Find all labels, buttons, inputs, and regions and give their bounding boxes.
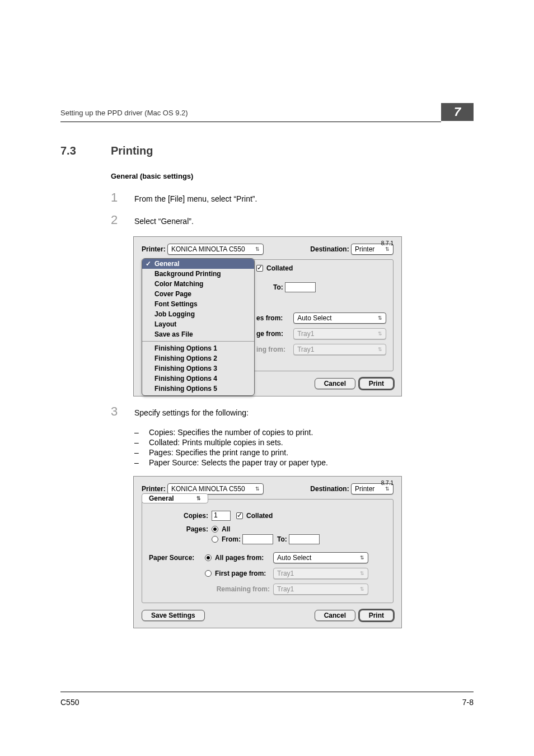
collated-checkbox-1[interactable]: [256, 265, 263, 272]
step-3-text: Specify settings for the following:: [134, 406, 249, 417]
cancel-button[interactable]: Cancel: [315, 378, 355, 389]
ps-remaining-select[interactable]: Tray1: [273, 584, 368, 595]
es-from-label: es from:: [256, 314, 293, 322]
destination-label: Destination:: [310, 485, 349, 493]
step-1-number: 1: [111, 192, 134, 204]
collated-checkbox-2[interactable]: [236, 512, 243, 519]
save-settings-button[interactable]: Save Settings: [142, 610, 205, 621]
bullet-copies: Copies: Specifies the number of copies t…: [149, 428, 313, 437]
popup-item-finishing-2[interactable]: Finishing Options 2: [142, 353, 254, 363]
dialog-version: 8.7.1: [381, 240, 394, 246]
tray1-value-b: Tray1: [297, 346, 314, 353]
to-input-1[interactable]: [285, 282, 316, 292]
ing-from-label: ing from:: [256, 346, 293, 353]
destination-value: Printer: [355, 245, 374, 253]
header-rule: [60, 122, 441, 122]
pane-popup-menu[interactable]: General Background Printing Color Matchi…: [142, 258, 255, 396]
popup-item-job-logging[interactable]: Job Logging: [142, 309, 254, 319]
popup-arrows-icon[interactable]: [254, 258, 255, 269]
copies-label: Copies:: [149, 512, 208, 520]
footer-page: 7-8: [462, 698, 474, 707]
bullet-collated: Collated: Prints multiple copies in sets…: [149, 438, 283, 447]
popup-item-cover-page[interactable]: Cover Page: [142, 289, 254, 299]
all-pages-from-select[interactable]: Auto Select: [293, 312, 386, 324]
collated-label-2: Collated: [246, 512, 273, 520]
copies-input[interactable]: 1: [212, 511, 231, 521]
print-button[interactable]: Print: [359, 378, 394, 389]
bullet-dash: –: [134, 428, 149, 437]
footer-model: C550: [60, 698, 79, 707]
pages-from-input[interactable]: [242, 534, 273, 544]
popup-item-finishing-4[interactable]: Finishing Options 4: [142, 374, 254, 384]
ps-all-pages-radio[interactable]: [205, 554, 212, 561]
popup-item-background-printing[interactable]: Background Printing: [142, 269, 254, 279]
step-3-number: 3: [111, 405, 134, 418]
section-title: Printing: [111, 144, 153, 157]
tray1-value-a: Tray1: [297, 330, 314, 338]
auto-select-value: Auto Select: [297, 314, 331, 322]
chapter-badge: 7: [441, 103, 474, 121]
popup-item-save-as-file[interactable]: Save as File: [142, 329, 254, 339]
auto-select-value-2: Auto Select: [277, 554, 311, 562]
printer-select[interactable]: KONICA MINOLTA C550: [167, 483, 264, 494]
paper-source-label: Paper Source:: [149, 554, 205, 562]
step-2-number: 2: [111, 214, 134, 226]
popup-divider: [142, 341, 254, 342]
ps-all-pages-label: All pages from:: [215, 554, 273, 562]
cancel-button[interactable]: Cancel: [315, 610, 355, 621]
running-head: Setting up the PPD driver (Mac OS 9.2): [60, 109, 188, 117]
pages-to-input[interactable]: [289, 534, 320, 544]
pages-label: Pages:: [149, 525, 208, 533]
ps-first-page-radio[interactable]: [205, 570, 212, 577]
to-label-2: To:: [277, 535, 287, 543]
printer-value: KONICA MINOLTA C550: [171, 485, 245, 493]
section-number: 7.3: [60, 144, 111, 157]
tray1-value-c: Tray1: [277, 570, 294, 577]
to-label-1: To:: [273, 283, 283, 291]
pages-all-label: All: [222, 525, 230, 533]
ge-from-label: ge from:: [256, 330, 293, 338]
ps-first-page-select[interactable]: Tray1: [273, 568, 368, 579]
printer-label: Printer:: [142, 485, 166, 493]
pages-from-label: From:: [222, 535, 241, 543]
popup-item-general[interactable]: General: [142, 259, 254, 269]
collated-label-1: Collated: [266, 264, 293, 272]
popup-item-layout[interactable]: Layout: [142, 319, 254, 329]
bullet-dash: –: [134, 438, 149, 447]
popup-item-finishing-1[interactable]: Finishing Options 1: [142, 343, 254, 353]
pages-from-radio[interactable]: [212, 536, 218, 543]
printer-label: Printer:: [142, 245, 166, 253]
dialog-version: 8.7.1: [381, 480, 394, 486]
printer-select[interactable]: KONICA MINOLTA C550: [167, 244, 264, 255]
bullet-paper-source: Paper Source: Selects the paper tray or …: [149, 458, 328, 467]
footer-rule: [60, 692, 474, 692]
destination-label: Destination:: [310, 245, 349, 253]
popup-item-finishing-3[interactable]: Finishing Options 3: [142, 363, 254, 374]
print-dialog-1: 8.7.1 Printer: KONICA MINOLTA C550 Desti…: [133, 236, 402, 396]
pane-select-general[interactable]: General: [142, 493, 208, 503]
bullet-dash: –: [134, 458, 149, 467]
ps-remaining-label: Remaining from:: [149, 585, 270, 593]
remaining-from-select[interactable]: Tray1: [293, 344, 386, 355]
popup-item-font-settings[interactable]: Font Settings: [142, 299, 254, 309]
popup-item-finishing-5[interactable]: Finishing Options 5: [142, 384, 254, 395]
ps-first-page-label: First page from:: [215, 570, 273, 577]
first-page-from-select[interactable]: Tray1: [293, 328, 386, 339]
bullet-pages: Pages: Specifies the print range to prin…: [149, 448, 288, 457]
tray1-value-d: Tray1: [277, 585, 294, 593]
popup-item-color-matching[interactable]: Color Matching: [142, 279, 254, 289]
print-button[interactable]: Print: [359, 610, 394, 621]
step-2-text: Select “General”.: [134, 214, 194, 226]
pages-all-radio[interactable]: [212, 526, 218, 533]
ps-all-pages-select[interactable]: Auto Select: [273, 552, 368, 563]
section-subhead: General (basic settings): [111, 172, 474, 180]
bullet-dash: –: [134, 448, 149, 457]
destination-value: Printer: [355, 485, 374, 493]
printer-value: KONICA MINOLTA C550: [171, 245, 245, 253]
step-1-text: From the [File] menu, select “Print”.: [134, 192, 257, 203]
print-dialog-2: 8.7.1 Printer: KONICA MINOLTA C550 Desti…: [133, 476, 402, 628]
